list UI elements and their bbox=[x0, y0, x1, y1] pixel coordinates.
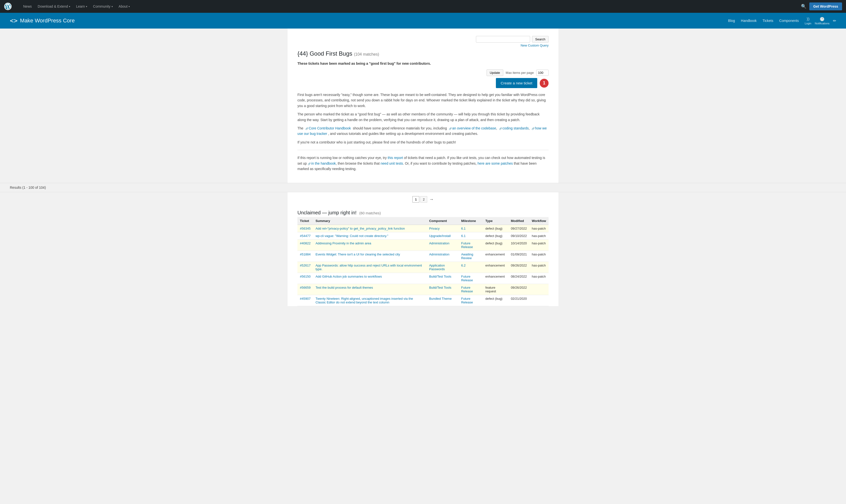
search-button[interactable]: Search bbox=[532, 36, 549, 42]
component-link[interactable]: Build/Test Tools bbox=[429, 286, 451, 289]
summary-link[interactable]: Events Widget: There isn't a UI for clea… bbox=[315, 252, 400, 256]
cell-type: enhancement bbox=[483, 273, 508, 284]
action-bar-right: Update Max items per page bbox=[487, 69, 549, 76]
milestone-link[interactable]: Awaiting Review bbox=[461, 252, 473, 260]
summary-link[interactable]: Add rel="privacy-policy" to get_the_priv… bbox=[315, 227, 405, 230]
cell-milestone: Future Release bbox=[459, 240, 483, 251]
page-2[interactable]: 2 bbox=[420, 196, 427, 202]
pagination: 1 2 → bbox=[297, 192, 549, 206]
ticket-link[interactable]: #56659 bbox=[300, 286, 311, 289]
ext-link-3-icon: 🔗 bbox=[499, 127, 502, 130]
max-items-label: Max items per page bbox=[506, 71, 534, 75]
core-contributor-handbook-link[interactable]: Core Contributor Handbook bbox=[309, 126, 351, 130]
cell-component: Administration bbox=[427, 251, 459, 262]
notifications-icon-group[interactable]: 🕐 Notifications bbox=[815, 17, 829, 25]
cell-summary: App Passwords: allow http success and re… bbox=[313, 262, 426, 273]
site-nav-blog[interactable]: Blog bbox=[728, 19, 735, 23]
summary-link[interactable]: wp-cli vague: "Warning: Could not create… bbox=[315, 234, 388, 238]
patches-link[interactable]: here are some patches bbox=[478, 161, 513, 165]
cell-type: feature request bbox=[483, 284, 508, 295]
wordpress-logo-icon[interactable] bbox=[4, 2, 12, 10]
cell-component: Upgrade/Install bbox=[427, 232, 459, 240]
in-handbook-link[interactable]: in the handbook bbox=[311, 161, 336, 165]
ticket-link[interactable]: #56150 bbox=[300, 275, 311, 278]
this-report-link[interactable]: this report bbox=[388, 156, 403, 160]
cell-milestone: Future Release bbox=[459, 284, 483, 295]
search-icon[interactable]: 🔍 bbox=[801, 4, 806, 9]
nav-community[interactable]: Community ▾ bbox=[91, 3, 115, 10]
cell-ticket: #56345 bbox=[297, 225, 313, 232]
page-1[interactable]: 1 bbox=[412, 196, 419, 202]
ticket-link[interactable]: #40822 bbox=[300, 241, 311, 245]
description-bold: These tickets have been marked as being … bbox=[297, 61, 549, 66]
site-nav-components[interactable]: Components bbox=[779, 19, 799, 23]
site-nav-handbook[interactable]: Handbook bbox=[741, 19, 757, 23]
nav-news[interactable]: News bbox=[21, 3, 34, 10]
col-type: Type bbox=[483, 217, 508, 225]
nav-learn[interactable]: Learn ▾ bbox=[74, 3, 90, 10]
milestone-link[interactable]: Future Release bbox=[461, 241, 473, 249]
component-link[interactable]: Administration bbox=[429, 241, 450, 245]
max-items-input[interactable] bbox=[536, 70, 549, 76]
milestone-link[interactable]: Future Release bbox=[461, 286, 473, 293]
cell-component: Administration bbox=[427, 240, 459, 251]
codebase-overview-link[interactable]: an overview of the codebase bbox=[452, 126, 496, 130]
ext-link-5-icon: 🔗 bbox=[308, 162, 311, 165]
table-row: #56150 Add GitHub Action job summaries t… bbox=[297, 273, 549, 284]
edit-icon-group[interactable]: ✏ bbox=[833, 18, 836, 23]
component-link[interactable]: Administration bbox=[429, 252, 450, 256]
nav-learn-chevron: ▾ bbox=[86, 5, 87, 8]
new-custom-query-link[interactable]: New Custom Query bbox=[521, 43, 549, 47]
component-link[interactable]: Upgrade/Install bbox=[429, 234, 451, 238]
component-link[interactable]: Bundled Theme bbox=[429, 297, 452, 301]
component-link[interactable]: Application Passwords bbox=[429, 264, 445, 271]
next-page-arrow[interactable]: → bbox=[429, 197, 434, 202]
summary-link[interactable]: App Passwords: allow http success and re… bbox=[315, 264, 422, 271]
col-ticket: Ticket bbox=[297, 217, 313, 225]
cell-component: Privacy bbox=[427, 225, 459, 232]
site-title[interactable]: Make WordPress Core bbox=[20, 17, 75, 24]
cell-workflow: has-patch bbox=[529, 225, 549, 232]
ticket-link[interactable]: #45907 bbox=[300, 297, 311, 301]
ticket-link[interactable]: #54477 bbox=[300, 234, 311, 238]
milestone-link[interactable]: Future Release bbox=[461, 275, 473, 282]
get-wordpress-button[interactable]: Get WordPress bbox=[809, 2, 842, 10]
milestone-link[interactable]: 6.1 bbox=[461, 234, 465, 238]
summary-link[interactable]: Test the build process for default theme… bbox=[315, 286, 373, 289]
summary-link[interactable]: Addressing Proximity in the admin area bbox=[315, 241, 371, 245]
ext-link-1-icon: 🔗 bbox=[305, 127, 308, 130]
nav-about[interactable]: About ▾ bbox=[116, 3, 133, 10]
coding-standards-link[interactable]: coding standards bbox=[503, 126, 529, 130]
edit-icon: ✏ bbox=[833, 18, 836, 23]
cell-modified: 09/26/2022 bbox=[508, 262, 529, 273]
milestone-link[interactable]: Future Release bbox=[461, 297, 473, 304]
cell-milestone: 6.1 bbox=[459, 225, 483, 232]
ticket-link[interactable]: #56345 bbox=[300, 227, 311, 230]
component-link[interactable]: Privacy bbox=[429, 227, 440, 230]
ticket-link[interactable]: #51884 bbox=[300, 252, 311, 256]
description-p3: The 🔗Core Contributor Handbook should ha… bbox=[297, 126, 549, 137]
summary-link[interactable]: Add GitHub Action job summaries to workf… bbox=[315, 275, 382, 278]
main-content: Search New Custom Query {44} Good First … bbox=[287, 29, 559, 183]
summary-link[interactable]: Twenty Nineteen: Right-aligned, uncaptio… bbox=[315, 297, 413, 304]
create-ticket-button[interactable]: Create a new ticket bbox=[496, 78, 537, 88]
tickets-table: Ticket Summary Component Milestone Type … bbox=[297, 217, 549, 306]
nav-download-extend[interactable]: Download & Extend ▾ bbox=[35, 3, 73, 10]
update-button[interactable]: Update bbox=[487, 69, 503, 76]
results-bar: Results (1 - 100 of 104) bbox=[0, 183, 846, 192]
cell-workflow: has-patch bbox=[529, 240, 549, 251]
site-nav-tickets[interactable]: Tickets bbox=[762, 19, 773, 23]
milestone-link[interactable]: 6.2 bbox=[461, 264, 465, 267]
cell-type: enhancement bbox=[483, 262, 508, 273]
ticket-link[interactable]: #52617 bbox=[300, 264, 311, 267]
table-row: #40822 Addressing Proximity in the admin… bbox=[297, 240, 549, 251]
cell-modified: 09/10/2022 bbox=[508, 232, 529, 240]
cell-workflow: has-patch bbox=[529, 232, 549, 240]
milestone-link[interactable]: 6.1 bbox=[461, 227, 465, 230]
login-icon-group[interactable]: ⟩⟩ Login bbox=[805, 17, 811, 25]
page-title-area: {44} Good First Bugs (104 matches) bbox=[297, 50, 379, 58]
need-unit-tests-link[interactable]: need unit tests bbox=[381, 161, 403, 165]
cell-type: defect (bug) bbox=[483, 225, 508, 232]
search-input[interactable] bbox=[476, 36, 530, 42]
component-link[interactable]: Build/Test Tools bbox=[429, 275, 451, 278]
